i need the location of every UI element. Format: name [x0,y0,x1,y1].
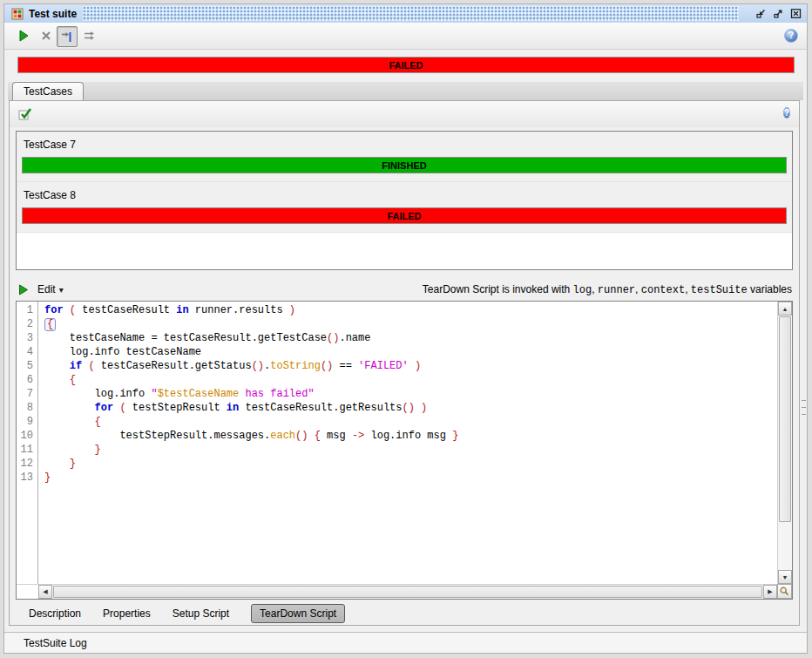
testsuite-window: Test suite [3,3,808,654]
help-icon[interactable]: ? [782,27,800,44]
font-resize-icon[interactable] [777,584,792,599]
tab-strip: TestCases [8,82,803,100]
tab-description[interactable]: Description [29,607,81,620]
tab-setup-script[interactable]: Setup Script [173,607,229,620]
testcase-list: TestCase 7 FINISHED TestCase 8 FAILED [16,131,793,270]
titlebar-texture [83,6,739,21]
scroll-up-icon[interactable]: ▲ [778,302,792,315]
testcase-name: TestCase 7 [24,139,76,151]
horizontal-scrollbar[interactable]: ◀ ▶ [38,584,777,599]
tab-properties[interactable]: Properties [103,607,151,620]
splitter-grip[interactable] [802,397,806,416]
run-sequential-toggle-icon[interactable] [57,26,78,47]
scroll-right-icon[interactable]: ▶ [763,585,777,599]
testcase-status-bar: FINISHED [22,157,787,173]
title-bar[interactable]: Test suite [4,4,807,24]
tab-teardown-script[interactable]: TearDown Script [251,604,345,623]
run-icon[interactable] [15,27,32,44]
testcase-status-label: FAILED [387,211,421,221]
run-options-icon[interactable] [81,27,98,44]
tab-testcases[interactable]: TestCases [12,82,84,100]
create-testcase-icon[interactable] [18,106,33,121]
scroll-left-icon[interactable]: ◀ [38,585,52,599]
scroll-corner-spacer [17,584,38,599]
testsuite-log-label: TestSuite Log [24,637,87,649]
minimize-button[interactable] [754,7,768,20]
vertical-scroll-thumb[interactable] [779,316,791,522]
editor-gutter: 12345678910111213 [17,302,38,584]
cancel-icon[interactable] [37,27,55,44]
run-script-icon[interactable] [18,284,29,295]
testcases-panel: ? TestCase 7 FINISHED TestCase 8 FAILED [9,100,800,626]
vertical-scrollbar[interactable]: ▲ ▼ [777,302,792,584]
script-tabs: Description Properties Setup Script Tear… [10,602,799,625]
close-button[interactable] [789,7,802,20]
testcases-toolbar: ? [10,101,799,127]
script-info-vars: log, runner, context, testSuite [573,283,748,295]
testsuite-log-bar[interactable]: TestSuite Log [4,632,807,653]
chevron-down-icon[interactable]: ▾ [59,285,64,295]
scroll-down-icon[interactable]: ▼ [778,570,792,584]
suite-status-label: FAILED [389,60,423,71]
script-editor[interactable]: 12345678910111213 for ( testCaseResult i… [16,301,793,600]
testcase-row[interactable]: TestCase 7 FINISHED [17,132,792,182]
suite-status-bar: FAILED [17,57,795,73]
testcase-status-label: FINISHED [382,160,426,171]
script-editor-header: Edit ▾ TearDown Script is invoked with l… [10,278,799,301]
window-title: Test suite [29,8,77,20]
horizontal-scroll-thumb[interactable] [53,586,762,598]
maximize-button[interactable] [772,7,785,20]
testcase-name: TestCase 8 [24,189,76,201]
testcase-row[interactable]: TestCase 8 FAILED [17,182,792,233]
edit-menu-button[interactable]: Edit [37,283,56,295]
script-info-text: TearDown Script is invoked with log, run… [423,283,792,296]
help-icon[interactable]: ? [783,106,790,119]
suite-toolbar: ? [4,23,807,50]
code-lines[interactable]: for ( testCaseResult in runner.results )… [39,302,777,584]
testcase-status-bar: FAILED [22,207,787,224]
testsuite-grid-icon [11,8,24,20]
